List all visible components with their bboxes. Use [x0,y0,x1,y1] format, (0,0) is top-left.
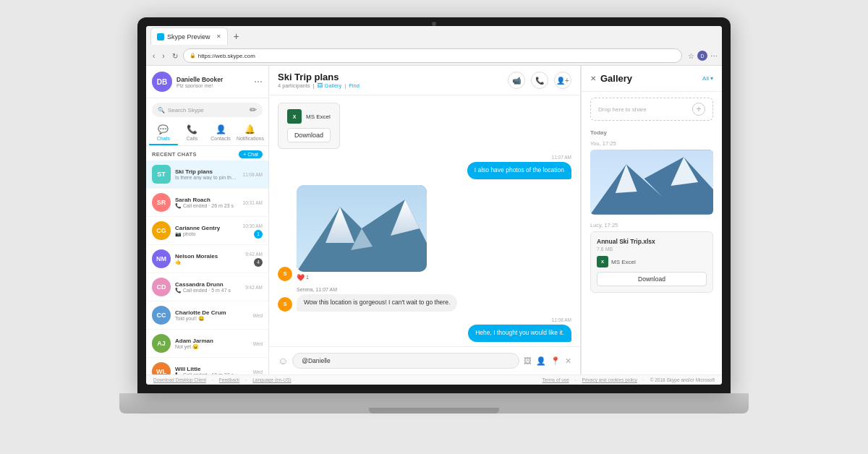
message-time-1: 11:07 AM [552,155,571,160]
carianne-preview: 📷 photo [175,231,239,237]
chat-subtitle: 4 participants | 🖼 Gallery | Find [278,82,502,89]
ski-trip-meta: 11:08 AM [243,172,263,177]
gallery-excel-icon: X [597,256,608,267]
browser-tab[interactable]: Skype Preview ✕ [150,27,228,45]
tab-calls[interactable]: 📞 Calls [178,121,207,145]
gallery-mountain-photo [590,150,713,215]
gallery-all-link[interactable]: All ▾ [702,75,713,82]
user-menu-button[interactable]: ⋯ [254,77,263,87]
chat-input-box[interactable]: @Danielle [292,353,519,369]
tab-close-button[interactable]: ✕ [216,33,221,40]
carianne-info: Carianne Gentry 📷 photo [175,225,239,237]
laptop-screen: Skype Preview ✕ + ‹ › ↻ 🔒 https://web.sk… [137,17,731,393]
search-placeholder: Search Skype [168,107,204,113]
search-bar[interactable]: 🔍 Search Skype ✏ [152,103,263,117]
gallery-link[interactable]: 🖼 Gallery [318,82,342,89]
chat-item-sarah[interactable]: SR Sarah Roach 📞 Call ended · 26 m 23 s … [146,189,268,217]
tab-calls-label: Calls [187,136,198,141]
nelson-badge: 4 [254,258,263,267]
chat-item-ski-trip[interactable]: ST Ski Trip plans Is there any way to pi… [146,160,268,189]
gallery-icon: 🖼 [318,82,323,89]
star-button[interactable]: ☆ [688,52,694,60]
find-link[interactable]: Find [349,82,359,89]
chat-item-adam[interactable]: AJ Adam Jarman Not yet 😠 Wed [146,330,268,358]
chat-item-charlotte[interactable]: CC Charlotte De Crum Told you!! 😄 Wed [146,301,268,330]
voice-call-button[interactable]: 📞 [531,72,548,89]
message-content-1: 11:07 AM I also have photos of the locat… [467,155,571,179]
forward-button[interactable]: › [160,51,166,61]
subtitle-separator1: | [313,82,315,89]
carianne-time: 10:30 AM [243,223,263,228]
will-name: Will Little [175,366,249,372]
cassandra-time: 9:42 AM [245,285,263,290]
compose-icon[interactable]: ✏ [250,105,257,115]
participants-label: 4 participants [278,82,310,89]
sarah-time: 10:31 AM [243,200,263,205]
laptop: Skype Preview ✕ + ‹ › ↻ 🔒 https://web.sk… [119,17,749,437]
gallery-photo[interactable] [590,150,713,215]
url-bar[interactable]: 🔒 https://web.skype.com [183,48,682,63]
mention-text: @Danielle [302,357,330,364]
header-actions: 📹 📞 👤+ [508,72,571,89]
tab-bar: Skype Preview ✕ + [146,26,722,46]
carianne-name: Carianne Gentry [175,225,239,231]
footer-language-link[interactable]: Language (en-US) [252,377,291,382]
file-download-button[interactable]: Download [287,128,331,142]
serena-avatar: S [278,267,292,281]
chat-list: ST Ski Trip plans Is there any way to pi… [146,160,268,374]
file-header: X MS Excel [287,109,331,124]
browser-footer: Download Desktop Client · Feedback · Lan… [146,374,722,385]
gallery-upload-area[interactable]: Drop here to share + [590,98,713,121]
chat-item-carianne[interactable]: CG Carianne Gentry 📷 photo 10:30 AM 1 [146,217,268,245]
gallery-title: Gallery [600,73,698,84]
laptop-base [119,393,749,414]
sidebar: DB Danielle Booker Plz sponsor me! ⋯ 🔍 S… [146,66,269,374]
cassandra-meta: 9:42 AM [245,285,263,290]
tab-contacts[interactable]: 👤 Contacts [206,121,235,145]
app-body: DB Danielle Booker Plz sponsor me! ⋯ 🔍 S… [146,66,722,374]
menu-button[interactable]: ⋯ [710,52,718,60]
footer-terms-link[interactable]: Terms of use [542,377,569,382]
tab-chats[interactable]: 💬 Chats [149,121,178,145]
carianne-avatar: CG [152,221,171,240]
footer-feedback-link[interactable]: Feedback [219,377,240,382]
cassandra-info: Cassandra Drunn 📞 Call ended · 5 m 47 s [175,281,241,294]
footer-download-link[interactable]: Download Desktop Client [153,377,206,382]
laptop-notch [369,408,499,414]
footer-sep4: · [643,377,644,382]
serena-avatar-2: S [278,297,292,312]
new-tab-button[interactable]: + [231,30,242,42]
will-meta: Wed [253,369,263,374]
lock-icon: 🔒 [190,53,196,59]
gallery-download-button[interactable]: Download [597,272,707,286]
camera-dot [432,22,436,26]
new-chat-button[interactable]: + Chat [239,150,263,158]
back-button[interactable]: ‹ [150,51,157,61]
tab-notifications[interactable]: 🔔 Notifications [235,121,265,145]
nelson-avatar: NM [152,249,171,268]
chat-item-will[interactable]: WL Will Little 📞 Call ended · 10 m 32 s … [146,358,268,374]
adam-info: Adam Jarman Not yet 😠 [175,338,249,350]
browser-avatar: D [697,51,707,61]
gallery-file-type-label: MS Excel [611,259,636,265]
nelson-time: 9:42 AM [245,252,263,257]
adam-preview: Not yet 😠 [175,344,249,350]
tab-chats-label: Chats [157,136,170,141]
contact-button[interactable]: 👤 [536,356,546,366]
gallery-close-button[interactable]: ✕ [590,74,596,82]
chat-item-nelson[interactable]: NM Nelson Morales 🤙 9:42 AM 4 [146,245,268,273]
upload-plus-button[interactable]: + [692,103,705,116]
reload-button[interactable]: ↻ [170,51,180,61]
location-button[interactable]: 📍 [550,356,561,366]
chat-item-cassandra[interactable]: CD Cassandra Drunn 📞 Call ended · 5 m 47… [146,273,268,301]
video-call-button[interactable]: 📹 [508,72,525,89]
footer-privacy-link[interactable]: Privacy and cookies policy [582,377,637,382]
browser-actions: ☆ D ⋯ [688,51,718,61]
image-button[interactable]: 🖼 [524,356,532,365]
add-participant-button[interactable]: 👤+ [554,72,571,89]
photo-bubble[interactable] [297,185,427,272]
emoji-button[interactable]: ☺ [278,355,288,367]
gallery-mountain-svg [590,150,713,215]
tab-contacts-label: Contacts [210,136,231,141]
input-close-button[interactable]: ✕ [565,356,571,366]
